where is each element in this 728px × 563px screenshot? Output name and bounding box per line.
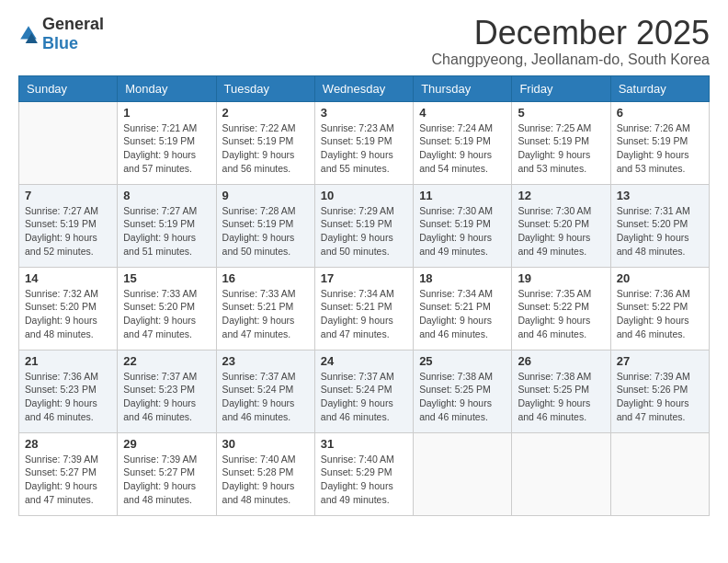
calendar-cell-4-7: 27Sunrise: 7:39 AMSunset: 5:26 PMDayligh… — [610, 350, 709, 432]
calendar-cell-4-6: 26Sunrise: 7:38 AMSunset: 5:25 PMDayligh… — [512, 350, 610, 432]
day-number: 14 — [25, 271, 111, 285]
weekday-header-monday: Monday — [118, 75, 216, 101]
calendar-cell-4-1: 21Sunrise: 7:36 AMSunset: 5:23 PMDayligh… — [19, 350, 118, 432]
day-number: 28 — [25, 437, 111, 451]
logo-text: General Blue — [42, 15, 104, 53]
day-number: 1 — [123, 106, 210, 120]
day-detail: Sunrise: 7:21 AMSunset: 5:19 PMDaylight:… — [123, 121, 210, 176]
day-number: 15 — [123, 271, 210, 285]
day-detail: Sunrise: 7:40 AMSunset: 5:29 PMDaylight:… — [321, 453, 407, 507]
calendar-cell-5-3: 30Sunrise: 7:40 AMSunset: 5:28 PMDayligh… — [216, 432, 314, 515]
day-number: 21 — [25, 354, 111, 368]
day-detail: Sunrise: 7:37 AMSunset: 5:24 PMDaylight:… — [321, 370, 407, 424]
day-number: 24 — [321, 354, 407, 368]
calendar-cell-1-1 — [19, 101, 118, 184]
day-number: 30 — [222, 437, 309, 451]
day-detail: Sunrise: 7:38 AMSunset: 5:25 PMDaylight:… — [518, 370, 604, 424]
week-row-2: 7Sunrise: 7:27 AMSunset: 5:19 PMDaylight… — [19, 184, 710, 267]
week-row-3: 14Sunrise: 7:32 AMSunset: 5:20 PMDayligh… — [19, 267, 710, 350]
day-detail: Sunrise: 7:32 AMSunset: 5:20 PMDaylight:… — [25, 287, 111, 341]
day-detail: Sunrise: 7:28 AMSunset: 5:19 PMDaylight:… — [222, 204, 309, 259]
day-number: 8 — [123, 189, 210, 202]
day-number: 2 — [222, 106, 309, 120]
day-number: 18 — [419, 271, 506, 285]
calendar-cell-5-7 — [610, 432, 709, 515]
day-number: 4 — [419, 106, 506, 120]
calendar-cell-5-6 — [512, 432, 610, 515]
day-number: 13 — [617, 189, 703, 202]
day-detail: Sunrise: 7:37 AMSunset: 5:24 PMDaylight:… — [222, 370, 309, 424]
day-number: 27 — [617, 354, 703, 368]
logo-icon — [18, 24, 39, 44]
calendar-cell-2-3: 9Sunrise: 7:28 AMSunset: 5:19 PMDaylight… — [216, 184, 314, 267]
day-number: 26 — [518, 354, 604, 368]
day-detail: Sunrise: 7:29 AMSunset: 5:19 PMDaylight:… — [321, 204, 407, 259]
day-detail: Sunrise: 7:23 AMSunset: 5:19 PMDaylight:… — [321, 121, 407, 176]
weekday-header-sunday: Sunday — [19, 75, 118, 101]
calendar-cell-1-5: 4Sunrise: 7:24 AMSunset: 5:19 PMDaylight… — [414, 101, 512, 184]
day-detail: Sunrise: 7:30 AMSunset: 5:20 PMDaylight:… — [518, 204, 604, 259]
calendar-cell-3-5: 18Sunrise: 7:34 AMSunset: 5:21 PMDayligh… — [414, 267, 512, 350]
calendar-cell-3-4: 17Sunrise: 7:34 AMSunset: 5:21 PMDayligh… — [314, 267, 413, 350]
day-detail: Sunrise: 7:34 AMSunset: 5:21 PMDaylight:… — [419, 287, 506, 341]
svg-marker-0 — [20, 26, 37, 39]
calendar-table: SundayMondayTuesdayWednesdayThursdayFrid… — [18, 75, 710, 516]
calendar-cell-5-1: 28Sunrise: 7:39 AMSunset: 5:27 PMDayligh… — [19, 432, 118, 515]
day-number: 22 — [123, 354, 210, 368]
day-number: 29 — [123, 437, 210, 451]
day-detail: Sunrise: 7:31 AMSunset: 5:20 PMDaylight:… — [617, 204, 703, 259]
location-title: Changpyeong, Jeollanam-do, South Korea — [432, 52, 710, 68]
day-detail: Sunrise: 7:25 AMSunset: 5:19 PMDaylight:… — [518, 121, 604, 176]
weekday-header-friday: Friday — [512, 75, 610, 101]
day-detail: Sunrise: 7:35 AMSunset: 5:22 PMDaylight:… — [518, 287, 604, 341]
day-detail: Sunrise: 7:34 AMSunset: 5:21 PMDaylight:… — [321, 287, 407, 341]
calendar-cell-2-1: 7Sunrise: 7:27 AMSunset: 5:19 PMDaylight… — [19, 184, 118, 267]
day-detail: Sunrise: 7:27 AMSunset: 5:19 PMDaylight:… — [25, 204, 111, 259]
day-number: 3 — [321, 106, 407, 120]
day-detail: Sunrise: 7:37 AMSunset: 5:23 PMDaylight:… — [123, 370, 210, 424]
calendar-cell-2-4: 10Sunrise: 7:29 AMSunset: 5:19 PMDayligh… — [314, 184, 413, 267]
day-number: 6 — [617, 106, 703, 120]
weekday-header-thursday: Thursday — [414, 75, 512, 101]
calendar-cell-5-2: 29Sunrise: 7:39 AMSunset: 5:27 PMDayligh… — [118, 432, 216, 515]
day-detail: Sunrise: 7:22 AMSunset: 5:19 PMDaylight:… — [222, 121, 309, 176]
calendar-cell-3-1: 14Sunrise: 7:32 AMSunset: 5:20 PMDayligh… — [19, 267, 118, 350]
day-detail: Sunrise: 7:27 AMSunset: 5:19 PMDaylight:… — [123, 204, 210, 259]
month-title: December 2025 — [432, 15, 710, 52]
day-number: 10 — [321, 189, 407, 202]
calendar-cell-3-2: 15Sunrise: 7:33 AMSunset: 5:20 PMDayligh… — [118, 267, 216, 350]
calendar-cell-1-4: 3Sunrise: 7:23 AMSunset: 5:19 PMDaylight… — [314, 101, 413, 184]
day-detail: Sunrise: 7:40 AMSunset: 5:28 PMDaylight:… — [222, 453, 309, 507]
day-detail: Sunrise: 7:36 AMSunset: 5:22 PMDaylight:… — [617, 287, 703, 341]
calendar-cell-3-6: 19Sunrise: 7:35 AMSunset: 5:22 PMDayligh… — [512, 267, 610, 350]
week-row-4: 21Sunrise: 7:36 AMSunset: 5:23 PMDayligh… — [19, 350, 710, 432]
day-detail: Sunrise: 7:39 AMSunset: 5:27 PMDaylight:… — [123, 453, 210, 507]
day-number: 9 — [222, 189, 309, 202]
day-number: 20 — [617, 271, 703, 285]
page-header: General Blue December 2025 Changpyeong, … — [18, 15, 710, 68]
day-detail: Sunrise: 7:26 AMSunset: 5:19 PMDaylight:… — [617, 121, 703, 176]
calendar-cell-4-3: 23Sunrise: 7:37 AMSunset: 5:24 PMDayligh… — [216, 350, 314, 432]
day-number: 23 — [222, 354, 309, 368]
day-number: 16 — [222, 271, 309, 285]
day-detail: Sunrise: 7:39 AMSunset: 5:26 PMDaylight:… — [617, 370, 703, 424]
weekday-header-wednesday: Wednesday — [314, 75, 413, 101]
calendar-cell-1-3: 2Sunrise: 7:22 AMSunset: 5:19 PMDaylight… — [216, 101, 314, 184]
calendar-cell-5-4: 31Sunrise: 7:40 AMSunset: 5:29 PMDayligh… — [314, 432, 413, 515]
weekday-header-saturday: Saturday — [610, 75, 709, 101]
day-detail: Sunrise: 7:24 AMSunset: 5:19 PMDaylight:… — [419, 121, 506, 176]
weekday-header-tuesday: Tuesday — [216, 75, 314, 101]
calendar-cell-4-4: 24Sunrise: 7:37 AMSunset: 5:24 PMDayligh… — [314, 350, 413, 432]
calendar-cell-2-2: 8Sunrise: 7:27 AMSunset: 5:19 PMDaylight… — [118, 184, 216, 267]
logo: General Blue — [18, 15, 104, 53]
day-number: 17 — [321, 271, 407, 285]
week-row-5: 28Sunrise: 7:39 AMSunset: 5:27 PMDayligh… — [19, 432, 710, 515]
weekday-header-row: SundayMondayTuesdayWednesdayThursdayFrid… — [19, 75, 710, 101]
calendar-cell-1-6: 5Sunrise: 7:25 AMSunset: 5:19 PMDaylight… — [512, 101, 610, 184]
day-number: 19 — [518, 271, 604, 285]
calendar-cell-4-2: 22Sunrise: 7:37 AMSunset: 5:23 PMDayligh… — [118, 350, 216, 432]
calendar-cell-2-7: 13Sunrise: 7:31 AMSunset: 5:20 PMDayligh… — [610, 184, 709, 267]
day-number: 11 — [419, 189, 506, 202]
day-detail: Sunrise: 7:33 AMSunset: 5:20 PMDaylight:… — [123, 287, 210, 341]
calendar-cell-2-6: 12Sunrise: 7:30 AMSunset: 5:20 PMDayligh… — [512, 184, 610, 267]
